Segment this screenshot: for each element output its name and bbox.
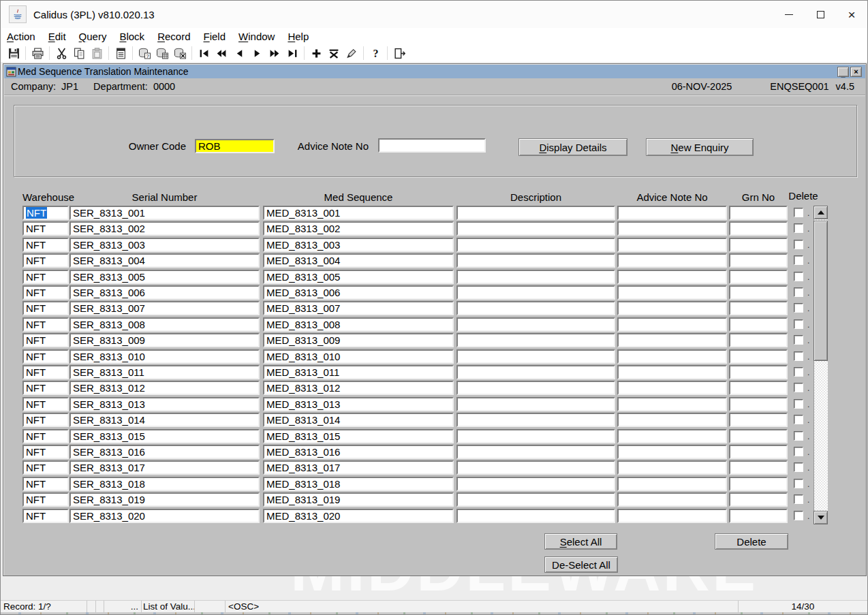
advice-note-field[interactable]: [378, 138, 486, 153]
grn-field[interactable]: [729, 333, 788, 347]
warehouse-field[interactable]: NFT: [22, 206, 69, 220]
menu-action[interactable]: Action: [7, 31, 35, 42]
exit-button[interactable]: [390, 45, 408, 61]
window-minimize-button[interactable]: [773, 1, 805, 28]
description-field[interactable]: [456, 397, 615, 411]
description-field[interactable]: [456, 333, 615, 347]
warehouse-field[interactable]: NFT: [22, 429, 69, 443]
serial-field[interactable]: SER_8313_020: [69, 509, 260, 523]
warehouse-field[interactable]: NFT: [22, 333, 69, 347]
warehouse-field[interactable]: NFT: [22, 285, 69, 300]
delete-checkbox[interactable]: [794, 511, 803, 520]
grn-field[interactable]: [729, 301, 788, 315]
menu-record[interactable]: Record: [157, 31, 190, 42]
summary-button[interactable]: [112, 45, 129, 61]
delete-checkbox[interactable]: [794, 431, 803, 441]
form-title-bar[interactable]: Med Sequence Translation Maintenance _ ×: [4, 65, 865, 78]
insert-record-button[interactable]: [307, 45, 325, 61]
advice-note-field[interactable]: [617, 301, 727, 315]
delete-checkbox[interactable]: [794, 240, 803, 249]
grn-field[interactable]: [729, 253, 788, 268]
description-field[interactable]: [456, 285, 615, 300]
grn-field[interactable]: [729, 317, 788, 332]
delete-checkbox[interactable]: [794, 319, 803, 329]
grn-field[interactable]: [729, 509, 788, 523]
delete-checkbox[interactable]: [794, 255, 803, 265]
serial-field[interactable]: SER_8313_012: [69, 381, 260, 395]
serial-field[interactable]: SER_8313_016: [69, 445, 260, 459]
advice-note-field[interactable]: [617, 221, 727, 236]
scrollbar-thumb[interactable]: [813, 221, 828, 361]
cut-button[interactable]: [52, 45, 70, 61]
grn-field[interactable]: [729, 460, 788, 475]
med-sequence-field[interactable]: MED_8313_020: [263, 509, 454, 523]
med-sequence-field[interactable]: MED_8313_002: [263, 221, 454, 236]
serial-field[interactable]: SER_8313_001: [69, 206, 260, 220]
delete-checkbox[interactable]: [794, 383, 803, 392]
warehouse-field[interactable]: NFT: [22, 238, 69, 252]
warehouse-field[interactable]: NFT: [22, 301, 69, 315]
description-field[interactable]: [456, 429, 615, 443]
grn-field[interactable]: [729, 206, 788, 220]
advice-note-field[interactable]: [617, 253, 727, 268]
menu-help[interactable]: Help: [288, 31, 309, 42]
deselect-all-button[interactable]: De-Select All: [544, 556, 618, 573]
next-record-button[interactable]: [248, 45, 266, 61]
copy-button[interactable]: [70, 45, 88, 61]
delete-checkbox[interactable]: [794, 208, 803, 217]
advice-note-field[interactable]: [617, 349, 727, 364]
advice-note-field[interactable]: [617, 413, 727, 427]
med-sequence-field[interactable]: MED_8313_006: [263, 285, 454, 300]
delete-checkbox[interactable]: [794, 399, 803, 409]
serial-field[interactable]: SER_8313_008: [69, 317, 260, 332]
advice-note-field[interactable]: [617, 492, 727, 507]
description-field[interactable]: [456, 238, 615, 252]
warehouse-field[interactable]: NFT: [22, 365, 69, 379]
paste-button[interactable]: [88, 45, 106, 61]
grn-field[interactable]: [729, 445, 788, 459]
description-field[interactable]: [456, 301, 615, 315]
delete-checkbox[interactable]: [794, 351, 803, 361]
delete-checkbox[interactable]: [794, 272, 803, 281]
delete-checkbox[interactable]: [794, 335, 803, 345]
serial-field[interactable]: SER_8313_015: [69, 429, 260, 443]
warehouse-field[interactable]: NFT: [22, 270, 69, 284]
grn-field[interactable]: [729, 270, 788, 284]
advice-note-field[interactable]: [617, 285, 727, 300]
serial-field[interactable]: SER_8313_005: [69, 270, 260, 284]
warehouse-field[interactable]: NFT: [22, 509, 69, 523]
print-button[interactable]: [29, 45, 46, 61]
med-sequence-field[interactable]: MED_8313_005: [263, 270, 454, 284]
med-sequence-field[interactable]: MED_8313_008: [263, 317, 454, 332]
grn-field[interactable]: [729, 349, 788, 364]
description-field[interactable]: [456, 349, 615, 364]
select-all-button[interactable]: Select All: [544, 533, 617, 550]
med-sequence-field[interactable]: MED_8313_019: [263, 492, 454, 507]
warehouse-field[interactable]: NFT: [22, 221, 69, 236]
description-field[interactable]: [456, 477, 615, 491]
med-sequence-field[interactable]: MED_8313_016: [263, 445, 454, 459]
description-field[interactable]: [456, 413, 615, 427]
description-field[interactable]: [456, 221, 615, 236]
description-field[interactable]: [456, 445, 615, 459]
advice-note-field[interactable]: [617, 509, 727, 523]
advice-note-field[interactable]: [617, 270, 727, 284]
menu-window[interactable]: Window: [238, 31, 275, 42]
advice-note-field[interactable]: [617, 429, 727, 443]
warehouse-field[interactable]: NFT: [22, 477, 69, 491]
description-field[interactable]: [456, 460, 615, 475]
serial-field[interactable]: SER_8313_013: [69, 397, 260, 411]
grn-field[interactable]: [729, 429, 788, 443]
med-sequence-field[interactable]: MED_8313_014: [263, 413, 454, 427]
med-sequence-field[interactable]: MED_8313_007: [263, 301, 454, 315]
advice-note-field[interactable]: [617, 477, 727, 491]
vertical-scrollbar[interactable]: [813, 206, 828, 524]
previous-record-button[interactable]: [230, 45, 248, 61]
warehouse-field[interactable]: NFT: [22, 397, 69, 411]
previous-block-button[interactable]: [213, 45, 230, 61]
grn-field[interactable]: [729, 397, 788, 411]
serial-field[interactable]: SER_8313_011: [69, 365, 260, 379]
next-block-button[interactable]: [266, 45, 283, 61]
serial-field[interactable]: SER_8313_003: [69, 238, 260, 252]
form-minimize-button[interactable]: _: [837, 67, 849, 77]
